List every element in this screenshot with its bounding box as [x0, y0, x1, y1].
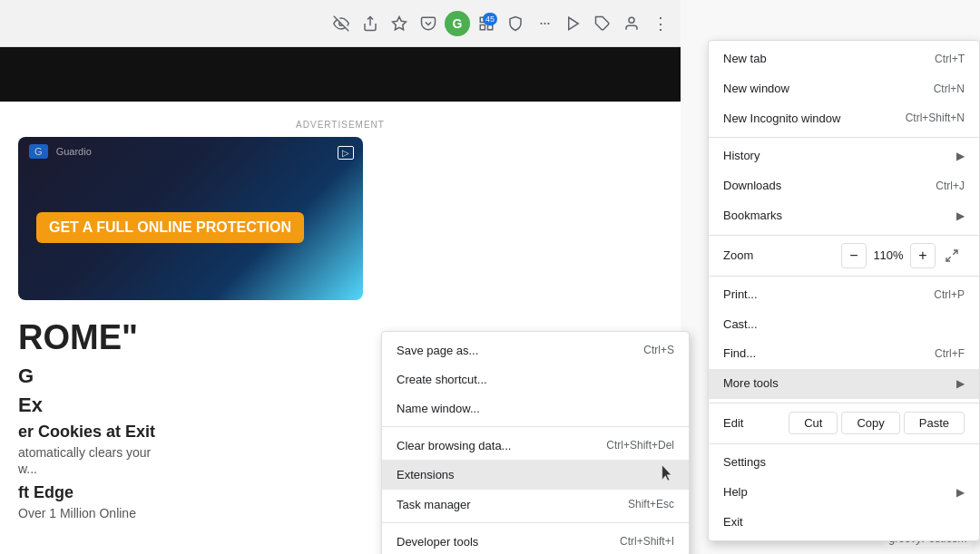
new-window-label: New window [723, 80, 919, 99]
more-tools-arrow: ▶ [956, 375, 965, 393]
menu-new-window[interactable]: New window Ctrl+N [709, 74, 979, 104]
menu-divider2 [709, 235, 979, 236]
developer-tools-shortcut: Ctrl+Shift+I [620, 535, 674, 548]
downloads-shortcut: Ctrl+J [936, 178, 965, 195]
save-page-label: Save page as... [397, 344, 478, 357]
svg-line-10 [953, 250, 957, 255]
new-incognito-label: New Incognito window [723, 110, 891, 129]
submenu-developer-tools[interactable]: Developer tools Ctrl+Shift+I [382, 527, 689, 554]
developer-tools-label: Developer tools [397, 535, 478, 549]
help-arrow: ▶ [956, 484, 965, 501]
submenu-task-manager[interactable]: Task manager Shift+Esc [382, 490, 689, 519]
cast-label: Cast... [723, 316, 965, 335]
menu-divider3 [709, 276, 979, 277]
zoom-plus-button[interactable]: + [910, 243, 936, 268]
edit-label: Edit [723, 416, 785, 430]
settings-label: Settings [723, 453, 965, 472]
exit-label: Exit [723, 513, 965, 532]
submenu-divider1 [382, 426, 689, 427]
new-incognito-shortcut: Ctrl+Shift+N [906, 110, 965, 127]
name-window-label: Name window... [397, 402, 480, 415]
new-window-shortcut: Ctrl+N [934, 81, 965, 98]
menu-find[interactable]: Find... Ctrl+F [709, 339, 979, 369]
create-shortcut-label: Create shortcut... [397, 373, 487, 386]
share-icon[interactable] [358, 11, 383, 36]
history-arrow: ▶ [956, 148, 965, 165]
menu-divider4 [709, 403, 979, 403]
paste-button[interactable]: Paste [904, 412, 965, 434]
print-shortcut: Ctrl+P [934, 287, 965, 304]
print-label: Print... [723, 286, 919, 305]
svg-line-11 [946, 257, 951, 261]
cursor-area [662, 465, 674, 484]
submenu-divider2 [382, 522, 689, 523]
submenu-create-shortcut[interactable]: Create shortcut... [382, 364, 689, 394]
profile-icon[interactable] [619, 11, 644, 36]
menu-divider5 [709, 443, 979, 444]
task-manager-label: Task manager [397, 498, 471, 511]
menu-new-tab[interactable]: New tab Ctrl+T [709, 44, 979, 74]
shield-icon[interactable] [503, 11, 528, 36]
menu-icon[interactable]: ⋮ [648, 11, 673, 36]
more-dots-icon[interactable]: ··· [532, 11, 557, 36]
submenu-save-page[interactable]: Save page as... Ctrl+S [382, 335, 689, 364]
zoom-controls: − 110% + [841, 243, 936, 268]
no-eye-icon[interactable] [328, 11, 354, 36]
svg-marker-7 [569, 17, 579, 30]
zoom-label: Zoom [723, 248, 841, 262]
cut-button[interactable]: Cut [789, 412, 838, 434]
menu-settings[interactable]: Settings [709, 448, 979, 478]
extension-badge: 45 [483, 13, 497, 25]
ad-cta: GET A FULL ONLINE PROTECTION [36, 212, 304, 243]
svg-marker-2 [393, 16, 407, 29]
more-tools-submenu: Save page as... Ctrl+S Create shortcut..… [381, 331, 690, 554]
zoom-row: Zoom − 110% + [709, 239, 979, 272]
extension-badge-icon[interactable]: 45 [474, 11, 499, 36]
clear-browsing-label: Clear browsing data... [397, 439, 511, 452]
submenu-name-window[interactable]: Name window... [382, 394, 689, 423]
menu-bookmarks[interactable]: Bookmarks ▶ [709, 201, 979, 231]
svg-point-9 [629, 17, 634, 23]
submenu-extensions[interactable]: Extensions [382, 460, 689, 490]
ad-label: ADVERTISEMENT [18, 120, 662, 130]
bookmarks-label: Bookmarks [723, 207, 949, 226]
help-label: Help [723, 483, 949, 502]
find-shortcut: Ctrl+F [935, 345, 965, 363]
zoom-fullscreen-button[interactable] [939, 243, 965, 268]
menu-more-tools[interactable]: More tools ▶ [709, 369, 979, 399]
bookmarks-arrow: ▶ [956, 208, 965, 225]
more-tools-label: More tools [723, 374, 949, 394]
submenu-clear-browsing[interactable]: Clear browsing data... Ctrl+Shift+Del [382, 431, 689, 460]
menu-help[interactable]: Help ▶ [709, 478, 979, 508]
edit-row: Edit Cut Copy Paste [709, 407, 979, 440]
browser-toolbar: G 45 ··· ⋮ [0, 0, 681, 47]
guardio-icon[interactable]: G [445, 11, 470, 36]
zoom-minus-button[interactable]: − [841, 243, 867, 268]
new-tab-label: New tab [723, 50, 920, 69]
menu-cast[interactable]: Cast... [709, 310, 979, 340]
svg-rect-6 [480, 24, 485, 29]
black-banner [0, 47, 681, 102]
new-tab-shortcut: Ctrl+T [935, 51, 965, 68]
svg-rect-5 [488, 24, 493, 29]
menu-new-incognito[interactable]: New Incognito window Ctrl+Shift+N [709, 104, 979, 134]
main-menu: New tab Ctrl+T New window Ctrl+N New Inc… [708, 40, 980, 541]
zoom-value: 110% [867, 248, 910, 262]
find-label: Find... [723, 345, 920, 364]
menu-divider1 [709, 137, 979, 138]
copy-button[interactable]: Copy [841, 412, 899, 434]
extensions-label: Extensions [397, 468, 455, 481]
menu-exit[interactable]: Exit [709, 508, 979, 538]
pocket-icon[interactable] [416, 11, 441, 36]
clear-browsing-shortcut: Ctrl+Shift+Del [606, 439, 674, 452]
menu-print[interactable]: Print... Ctrl+P [709, 280, 979, 310]
star-icon[interactable] [387, 11, 412, 36]
menu-downloads[interactable]: Downloads Ctrl+J [709, 171, 979, 201]
media-icon[interactable] [561, 11, 586, 36]
puzzle-icon[interactable] [590, 11, 615, 36]
downloads-label: Downloads [723, 177, 921, 196]
save-page-shortcut: Ctrl+S [643, 344, 674, 356]
menu-history[interactable]: History ▶ [709, 141, 979, 171]
task-manager-shortcut: Shift+Esc [628, 498, 674, 510]
history-label: History [723, 147, 949, 166]
